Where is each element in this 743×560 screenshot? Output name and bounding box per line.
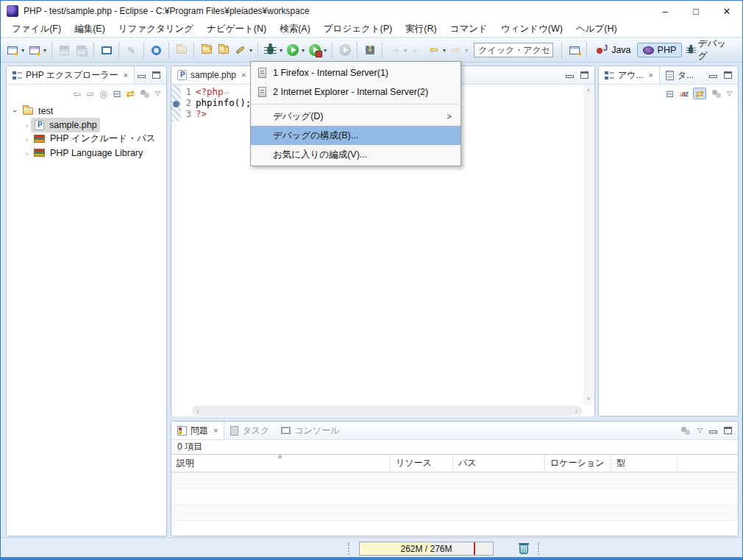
maximize-view-icon[interactable]	[724, 427, 732, 434]
minimize-view-icon[interactable]	[709, 75, 717, 78]
twisty-collapsed-icon[interactable]: ›	[21, 135, 32, 143]
menu-command[interactable]: コマンド	[444, 23, 494, 35]
twisty-collapsed-icon[interactable]: ›	[21, 149, 32, 157]
maximize-view-icon[interactable]	[152, 71, 160, 79]
tree-item-sample-php[interactable]: › sample.php	[10, 118, 166, 132]
maximize-view-icon[interactable]	[580, 71, 589, 79]
debug-button[interactable]: ▾	[262, 41, 284, 59]
up-nav-icon[interactable]: ◎	[99, 89, 107, 99]
menu-search[interactable]: 検索(A)	[273, 23, 317, 35]
breakpoint-icon[interactable]	[173, 101, 179, 107]
perspective-java[interactable]: Java	[591, 43, 636, 57]
run-garbage-collector-button[interactable]	[516, 542, 531, 556]
menu-navigate[interactable]: ナビゲート(N)	[200, 23, 273, 35]
back-history-disabled-button[interactable]: ⇠	[408, 41, 425, 59]
menu-item-debug-as[interactable]: デバッグ(D) >	[251, 107, 461, 126]
scroll-down-icon[interactable]: ˅	[586, 395, 590, 403]
menu-help[interactable]: ヘルプ(H)	[569, 23, 624, 35]
column-resource[interactable]: リソース	[391, 455, 453, 472]
last-edit-location-button[interactable]: ⇥▾	[386, 41, 408, 59]
open-file-button[interactable]	[173, 41, 190, 59]
close-icon[interactable]: ×	[213, 426, 218, 435]
menu-project[interactable]: プロジェクト(P)	[317, 23, 399, 35]
view-menu-gears-icon[interactable]	[711, 89, 722, 98]
minimize-button[interactable]: –	[650, 1, 680, 21]
quick-access-input[interactable]	[474, 43, 553, 57]
sort-ascending-icon: ˄	[278, 453, 282, 461]
menu-item-ie-server[interactable]: 2 Internet Explorer - Internal Server(2)	[251, 82, 461, 102]
tree-item-language-library[interactable]: › PHP Language Library	[10, 146, 166, 160]
format-button[interactable]: ▾	[232, 41, 254, 59]
new-wizard-button[interactable]: ▾	[4, 41, 26, 59]
tab-sample-php[interactable]: sample.php ×	[171, 66, 252, 84]
twisty-expanded-icon[interactable]: ›	[11, 105, 20, 116]
close-button[interactable]: ✕	[711, 1, 742, 21]
menu-run[interactable]: 実行(R)	[399, 23, 443, 35]
import-button[interactable]	[198, 41, 215, 59]
close-icon[interactable]: ×	[123, 71, 127, 79]
collapse-all-icon[interactable]: ⊟	[666, 89, 674, 99]
forward-nav-icon[interactable]: ⇨	[86, 89, 94, 99]
column-type[interactable]: 型	[611, 455, 678, 472]
profile-icon	[339, 44, 351, 56]
back-button[interactable]: ⇦▾	[425, 41, 447, 59]
link-editor-icon[interactable]: ⇄	[126, 88, 135, 99]
minimize-view-icon[interactable]	[709, 430, 717, 433]
scroll-up-icon[interactable]: ˄	[586, 87, 590, 94]
console-view-button[interactable]	[98, 41, 115, 59]
menu-refactoring[interactable]: リファクタリング	[112, 23, 200, 35]
column-path[interactable]: パス	[453, 455, 545, 472]
tab-tasks[interactable]: タスク	[224, 422, 275, 439]
tab-console[interactable]: コンソール	[275, 422, 345, 439]
view-menu-chevron-icon[interactable]: ▽	[155, 90, 160, 97]
view-menu-chevron-icon[interactable]: ▽	[727, 90, 732, 97]
tab-outline[interactable]: アウ... ×	[599, 66, 660, 84]
minimize-view-icon[interactable]	[566, 75, 574, 78]
run-button[interactable]: ▾	[284, 41, 306, 59]
horizontal-scrollbar[interactable]: ‹›	[192, 405, 582, 416]
tab-templates[interactable]: タ...	[660, 66, 700, 84]
sort-alphabetical-icon[interactable]: ↓az	[679, 90, 689, 98]
profile-button[interactable]	[336, 41, 353, 59]
column-location[interactable]: ロケーション	[545, 455, 611, 472]
run-external-button[interactable]: ▾	[306, 41, 328, 59]
menu-item-firefox-server[interactable]: 1 Firefox - Internal Server(1)	[251, 63, 461, 82]
menu-file[interactable]: ファイル(F)	[5, 23, 68, 35]
back-nav-icon[interactable]: ⇦	[73, 89, 81, 99]
close-icon[interactable]: ×	[649, 71, 653, 79]
grip-handle[interactable]	[538, 542, 539, 555]
close-icon[interactable]: ×	[241, 71, 246, 79]
mark-occurrences-button[interactable]: ✎	[123, 41, 140, 59]
new-project-button[interactable]: ▾	[26, 41, 48, 59]
view-menu-chevron-icon[interactable]: ▽	[697, 427, 703, 434]
view-menu-gears-icon[interactable]	[140, 89, 150, 98]
open-perspective-button[interactable]	[566, 41, 583, 59]
tree-item-include-path[interactable]: › PHP インクルード・パス	[10, 132, 166, 146]
tree-item-test[interactable]: › test	[10, 104, 166, 118]
menu-window[interactable]: ウィンドウ(W)	[494, 23, 569, 35]
maximize-view-icon[interactable]	[724, 71, 732, 79]
tab-problems[interactable]: 問題 ×	[171, 422, 224, 439]
vertical-scrollbar[interactable]: ˄˅	[583, 85, 594, 405]
menu-item-debug-configurations[interactable]: デバッグの構成(B)...	[251, 126, 461, 145]
forward-button[interactable]: ⇨▾	[447, 41, 469, 59]
web-browser-button[interactable]	[148, 41, 165, 59]
save-button[interactable]	[56, 41, 73, 59]
grip-handle[interactable]	[348, 542, 349, 555]
scroll-right-icon[interactable]: ›	[575, 407, 577, 415]
view-menu-gears-icon[interactable]	[680, 426, 691, 435]
scroll-left-icon[interactable]: ‹	[196, 407, 199, 415]
menubar: ファイル(F) 編集(E) リファクタリング ナビゲート(N) 検索(A) プロ…	[1, 21, 742, 38]
tab-php-explorer[interactable]: PHP エクスプローラー ×	[7, 66, 135, 84]
skip-breakpoints-button[interactable]	[361, 41, 378, 59]
link-editor-icon[interactable]: ⇄	[693, 88, 706, 99]
perspective-php[interactable]: PHP	[637, 43, 683, 57]
export-button[interactable]	[215, 41, 232, 59]
menu-item-organize-favorites[interactable]: お気に入りの編成(V)...	[251, 145, 461, 164]
menu-edit[interactable]: 編集(E)	[68, 23, 112, 35]
perspective-debug[interactable]: デバッグ	[682, 35, 739, 65]
save-all-button[interactable]	[73, 41, 90, 59]
collapse-all-icon[interactable]: ⊟	[113, 89, 121, 99]
maximize-button[interactable]: □	[680, 1, 711, 21]
minimize-view-icon[interactable]	[138, 75, 146, 78]
